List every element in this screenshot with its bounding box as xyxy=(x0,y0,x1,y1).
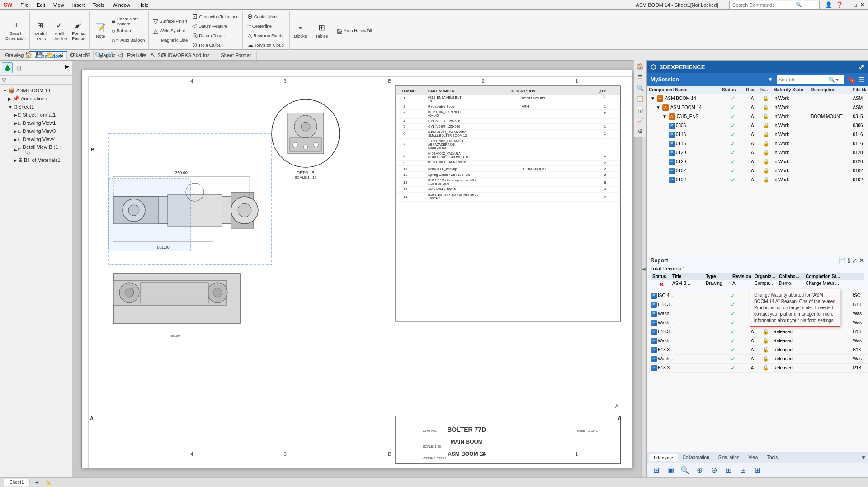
bt-share-icon[interactable]: ⊞ xyxy=(737,465,748,476)
linear-note-pattern-btn[interactable]: ≡ Linear Note Pattern xyxy=(109,17,146,26)
area-hatch-fill-btn[interactable]: ▨ Area Hatch/Fill xyxy=(335,26,374,35)
toolbar-circle-select[interactable]: ⊙ xyxy=(159,50,169,60)
tree-item-drawing-view1[interactable]: ▶ □ Drawing View1 xyxy=(2,119,70,127)
tree-item-bom1[interactable]: ▶ ⊞ Bill of Materials1 xyxy=(2,156,70,164)
expand-row-0[interactable]: ▼ xyxy=(651,96,655,101)
bt-tree-icon[interactable]: ⊞ xyxy=(723,465,734,476)
toolbar-options[interactable]: ⚙ xyxy=(67,50,77,60)
datum-feature-btn[interactable]: ◁ Datum Feature xyxy=(190,21,240,30)
expand-drawing-view4[interactable]: ▶ xyxy=(14,137,17,142)
table-row-8[interactable]: P 0102 ... ✓ A 🔒 In Work 0102 xyxy=(647,166,868,175)
side-home-icon[interactable]: 🏠 xyxy=(635,61,645,71)
side-settings-icon[interactable]: ⚙ xyxy=(635,126,645,136)
expand-bom1[interactable]: ▶ xyxy=(14,158,17,163)
bottom-tab-lifecycle[interactable]: Lifecycle xyxy=(649,454,678,461)
expand-sheet1[interactable]: ▼ xyxy=(8,104,13,109)
panel-expand-arrow[interactable]: ▶ xyxy=(64,62,70,73)
table-row-2[interactable]: ▼ A 0315_ENS... ✓ A 🔒 In Work BOOM MOUNT… xyxy=(647,112,868,121)
tables-btn[interactable]: ⊞ Tables xyxy=(314,17,330,44)
smart-dimension-btn[interactable]: ⌗ Smart Dimension xyxy=(4,17,28,44)
spell-checker-btn[interactable]: ✓ Spell Checker xyxy=(50,17,69,44)
sheet-tab[interactable]: Sheet1 xyxy=(4,479,30,486)
table-row-5[interactable]: P 0116 ... ✓ A 🔒 In Work 0116 xyxy=(647,139,868,148)
toolbar-undo[interactable]: ↩ xyxy=(2,50,12,60)
side-chart-icon[interactable]: 📈 xyxy=(635,115,645,125)
session-dropdown-btn[interactable]: ▼ xyxy=(768,76,773,83)
expand-row-2[interactable]: ▼ xyxy=(662,114,667,119)
tab-sheet-format[interactable]: Sheet Format xyxy=(215,51,257,60)
format-painter-btn[interactable]: 🖌 Format Painter xyxy=(70,17,87,44)
bt-add-icon[interactable]: ⊕ xyxy=(694,465,705,476)
post-row-4[interactable]: P B18.3... ✓ A 🔒 Released B18 xyxy=(647,327,868,336)
search-commands-bar[interactable]: 🔍 xyxy=(729,1,820,9)
table-row-3[interactable]: P 0306 ... ✓ A 🔒 In Work 0306 xyxy=(647,121,868,130)
bt-search-icon[interactable]: 🔍 xyxy=(679,465,690,476)
bottom-tab-simulation[interactable]: Simulation xyxy=(714,454,744,461)
post-row-6[interactable]: P B18.3... ✓ A 🔒 Released B18 xyxy=(647,345,868,355)
blocks-btn[interactable]: ▪ Blocks xyxy=(292,17,309,44)
expand-annotations[interactable]: ▶ xyxy=(8,96,12,101)
side-search-icon[interactable]: 🔍 xyxy=(635,83,645,93)
note-btn[interactable]: 📝 Note xyxy=(92,17,108,44)
close-btn[interactable]: ✕ xyxy=(860,2,864,8)
toolbar-prev-view[interactable]: ◁ xyxy=(115,50,125,60)
balloon-btn[interactable]: ○ Balloon xyxy=(109,26,146,35)
expand-asm-boom[interactable]: ▼ xyxy=(3,88,7,93)
post-row-5[interactable]: P Wash... ✓ A 🔒 Released Was xyxy=(647,336,868,345)
bt-compare-icon[interactable]: ⊕ xyxy=(708,465,719,476)
menu-view[interactable]: View xyxy=(50,1,68,9)
auto-balloon-btn[interactable]: ○○ Auto Balloon xyxy=(109,36,146,45)
menu-edit[interactable]: Edit xyxy=(33,1,49,9)
tree-item-drawing-view4[interactable]: ▶ □ Drawing View4 xyxy=(2,135,70,143)
post-row-8[interactable]: P B18.3... ✓ A 🔒 Released R18 xyxy=(647,364,868,373)
toolbar-zoom-out[interactable]: 🔎 xyxy=(104,50,114,60)
hole-callout-btn[interactable]: ⊙ Hole Callout xyxy=(190,40,240,49)
expand-row-1[interactable]: ▼ xyxy=(656,105,660,110)
table-row-4[interactable]: P 0116 ... ✓ A 🔒 In Work 0116 xyxy=(647,130,868,139)
revision-cloud-btn[interactable]: ☁ Revision Cloud xyxy=(245,40,288,49)
toolbar-rotate[interactable]: ↻ xyxy=(137,50,147,60)
geometric-tolerance-btn[interactable]: ⊡ Geometric Tolerance xyxy=(190,12,240,21)
bookmark-icon[interactable]: 🔖 xyxy=(847,76,856,84)
panel-menu-icon[interactable]: ☰ xyxy=(858,76,864,84)
menu-tools[interactable]: Tools xyxy=(89,1,108,9)
bt-export-icon[interactable]: ⊞ xyxy=(752,465,763,476)
surface-finish-btn[interactable]: ▽ Surface Finish xyxy=(151,17,189,26)
filter-icon[interactable]: ▽ xyxy=(2,76,6,83)
expand-detail-view-b[interactable]: ▶ xyxy=(14,147,17,152)
report-close-icon[interactable]: ✕ xyxy=(859,257,864,264)
centerline-btn[interactable]: ┄ Centerline xyxy=(245,21,288,30)
bottom-tab-tools[interactable]: Tools xyxy=(763,454,782,461)
datum-target-btn[interactable]: ◎ Datum Target xyxy=(190,31,240,40)
side-list-icon[interactable]: ☰ xyxy=(635,72,645,82)
revision-symbol-btn[interactable]: △ Revision Symbol xyxy=(245,31,288,40)
magnetic-line-btn[interactable]: — Magnetic Line xyxy=(151,36,189,45)
tree-item-annotations[interactable]: ▶ 📌 Annotations xyxy=(2,95,70,103)
menu-file[interactable]: File xyxy=(17,1,32,9)
bt-grid-icon[interactable]: ⊞ xyxy=(651,465,661,476)
tree-item-sheet-format1[interactable]: ▶ □ Sheet Format1 xyxy=(2,111,70,119)
search-commands-input[interactable] xyxy=(732,2,796,8)
maximize-btn[interactable]: □ xyxy=(854,2,857,8)
weld-symbol-btn[interactable]: △ Weld Symbol xyxy=(151,26,189,35)
side-bookmark-icon[interactable]: 📋 xyxy=(635,94,645,104)
tree-item-detail-view-b[interactable]: ▶ □ Detail View B (1 : 10) xyxy=(2,143,70,156)
table-row-0[interactable]: ▼ A ASM BOOM 14 ✓ A 🔒 In Work ASM xyxy=(647,94,868,103)
toolbar-home[interactable]: 🏠 xyxy=(24,50,33,60)
tree-item-asm-boom-14[interactable]: ▼ 📦 ASM BOOM 14 xyxy=(2,86,70,95)
menu-window[interactable]: Window xyxy=(109,1,134,9)
tree-item-drawing-view3[interactable]: ▶ □ Drawing View3 xyxy=(2,127,70,135)
bottom-tab-collaboration[interactable]: Collaboration xyxy=(678,454,714,461)
table-row-6[interactable]: P 0120 ... ✓ A 🔒 In Work 0120 xyxy=(647,148,868,157)
table-row-9[interactable]: P 0102 ... ✓ A 🔒 In Work 0102 xyxy=(647,175,868,184)
help-icon[interactable]: ❓ xyxy=(836,1,843,8)
add-sheet-btn[interactable]: + xyxy=(35,479,39,486)
toolbar-redo[interactable]: ↪ xyxy=(13,50,23,60)
tree-item-sheet1[interactable]: ▼ □ Sheet1 xyxy=(2,103,70,111)
table-row-1[interactable]: ▼ A ASM BOOM 14 ✓ A 🔒 In Work ASM xyxy=(647,103,868,112)
expand-drawing-view1[interactable]: ▶ xyxy=(14,121,17,126)
side-graph-icon[interactable]: 📊 xyxy=(635,104,645,114)
bottom-tab-more[interactable]: ▼ xyxy=(861,454,866,461)
bottom-tab-view[interactable]: View xyxy=(744,454,763,461)
toolbar-print[interactable]: 🖨 xyxy=(56,50,66,60)
